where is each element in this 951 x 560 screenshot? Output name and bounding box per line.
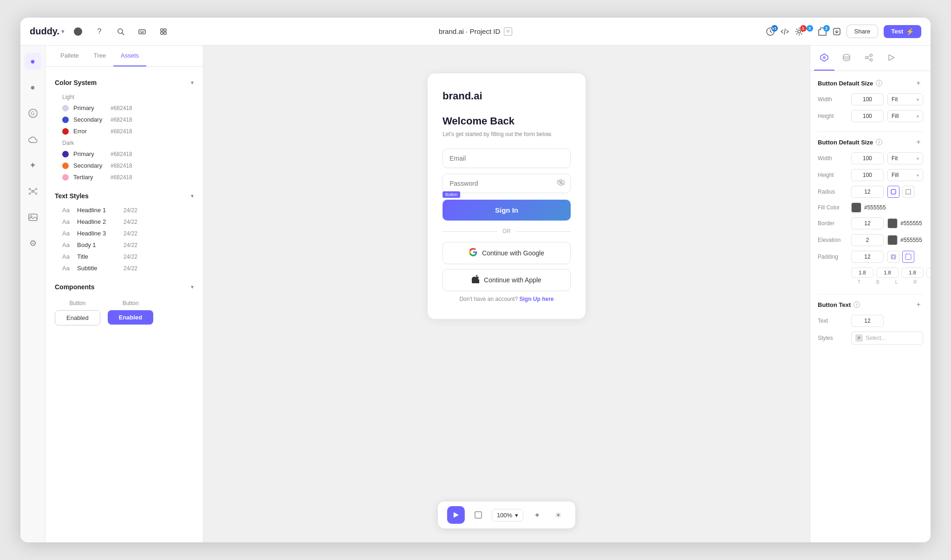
rp-border-input[interactable]: [851, 217, 884, 229]
rp-width-select-2[interactable]: Fit ▾: [887, 152, 923, 164]
text-style-size-2: 24/22: [124, 219, 137, 225]
toolbar-arrow-button[interactable]: [447, 506, 465, 524]
toolbar-frame-icon[interactable]: [470, 507, 486, 523]
rp-height-label-1: Height: [818, 113, 847, 119]
rp-fill-color-swatch: [851, 202, 861, 213]
rp-padding-custom-icon[interactable]: [902, 251, 914, 263]
rp-padding-l[interactable]: [901, 267, 924, 278]
components-header[interactable]: Components ▾: [46, 279, 203, 295]
rp-fill-color-value: #555555: [864, 204, 886, 211]
rp-width-input-1[interactable]: [851, 93, 884, 105]
rp-padding-r[interactable]: [926, 267, 931, 278]
text-styles-header[interactable]: Text Styles ▾: [46, 188, 203, 204]
password-eye-icon[interactable]: [557, 179, 565, 188]
strip-icon-network[interactable]: [25, 183, 41, 200]
color-system-header[interactable]: Color System ▾: [46, 74, 203, 91]
strip-icon-image[interactable]: [25, 209, 41, 226]
rp-tab-data[interactable]: [836, 46, 857, 71]
rp-height-arrow-1: ▾: [917, 114, 919, 119]
rp-radius-square-icon[interactable]: [902, 186, 914, 198]
divider-row: OR: [443, 228, 571, 234]
rp-padding-uniform-icon[interactable]: [887, 251, 899, 263]
rp-height-input-2[interactable]: [851, 169, 884, 181]
top-bar-right: v1 1 3: [773, 25, 921, 38]
signup-link[interactable]: Sign Up here: [520, 296, 554, 302]
rp-height-select-2[interactable]: Fill ▾: [887, 169, 923, 181]
color-primary-light-name: Primary: [73, 104, 106, 111]
rp-add-btn-bt[interactable]: +: [914, 300, 923, 309]
logo-dropdown-icon[interactable]: ▾: [61, 28, 64, 35]
rp-padding-b[interactable]: [876, 267, 899, 278]
plugin-icon-wrapper[interactable]: 2: [818, 27, 827, 36]
toolbar-sun-icon[interactable]: ☀: [550, 507, 566, 523]
email-field[interactable]: [443, 149, 571, 168]
tab-assets[interactable]: Assets: [113, 46, 146, 66]
tab-pallete[interactable]: Pallete: [53, 46, 86, 66]
search-icon[interactable]: [114, 25, 127, 38]
google-btn[interactable]: Continue with Google: [443, 242, 571, 264]
rp-padding-input[interactable]: [851, 251, 884, 263]
rp-radius-rounded-icon[interactable]: [887, 186, 899, 198]
sidebar-tabs: Pallete Tree Assets: [46, 46, 203, 67]
code-icon[interactable]: [781, 25, 789, 38]
comp-btn-outline[interactable]: Enabled: [55, 310, 100, 326]
svg-rect-39: [906, 189, 911, 194]
rp-elevation-input[interactable]: [851, 234, 884, 246]
rp-elevation-color-field[interactable]: #555555: [887, 235, 923, 245]
rp-radius-input[interactable]: [851, 186, 884, 198]
components-grid: Button Enabled Button Enabled: [46, 295, 203, 330]
text-style-aa-1: Aa: [62, 207, 72, 214]
toolbar-sparkle-icon[interactable]: ✦: [529, 507, 545, 523]
rp-fill-color-field[interactable]: #555555: [851, 202, 923, 213]
rp-padding-t[interactable]: [851, 267, 873, 278]
copy-icon[interactable]: ⧉: [504, 27, 512, 36]
sign-in-button[interactable]: Sign In: [443, 200, 571, 221]
left-sidebar: Pallete Tree Assets Color System ▾ Light…: [46, 46, 203, 542]
keyboard-icon[interactable]: [136, 25, 149, 38]
strip-icon-circle2[interactable]: ●: [25, 79, 41, 96]
rp-height-input-1[interactable]: [851, 110, 884, 122]
rp-add-btn-2[interactable]: +: [914, 137, 923, 147]
rp-height-select-1[interactable]: Fill ▾: [887, 110, 923, 122]
test-button-label: Test: [891, 28, 903, 35]
strip-icon-google[interactable]: G: [25, 105, 41, 122]
settings-icon-wrapper[interactable]: 1 3: [795, 27, 804, 36]
export-icon[interactable]: [833, 25, 841, 38]
tab-tree[interactable]: Tree: [86, 46, 113, 66]
comp-btn-filled[interactable]: Enabled: [108, 310, 154, 325]
component-button-1: Button Enabled: [55, 300, 100, 326]
svg-line-36: [868, 56, 870, 57]
rp-info-icon-1[interactable]: i: [876, 80, 882, 86]
rp-info-icon-bt[interactable]: i: [853, 301, 860, 308]
help-icon[interactable]: ?: [93, 25, 106, 38]
share-button[interactable]: Share: [847, 25, 879, 38]
text-style-aa-3: Aa: [62, 230, 72, 237]
password-field[interactable]: [443, 174, 571, 193]
circle-icon[interactable]: [72, 25, 85, 38]
rp-width-select-1[interactable]: Fit ▾: [887, 93, 923, 105]
rp-styles-field[interactable]: P Select...: [851, 332, 923, 345]
test-button[interactable]: Test ⚡: [884, 25, 921, 38]
text-style-aa-4: Aa: [62, 241, 72, 248]
strip-icon-cloud[interactable]: [25, 131, 41, 148]
logo[interactable]: duddy. ▾: [30, 26, 64, 37]
apple-btn[interactable]: Continue with Apple: [443, 269, 571, 291]
svg-point-32: [843, 54, 850, 57]
rp-border-color-field[interactable]: #555555: [887, 218, 923, 228]
history-icon-wrapper[interactable]: v1: [766, 27, 775, 36]
frames-icon[interactable]: [157, 25, 170, 38]
rp-info-icon-2[interactable]: i: [876, 139, 882, 145]
zoom-select[interactable]: 100% ▾: [492, 509, 523, 521]
rp-width-input-2[interactable]: [851, 152, 884, 164]
strip-icon-settings[interactable]: ⚙: [25, 235, 41, 252]
rp-tab-play[interactable]: [881, 46, 901, 71]
color-tertiary-dark: Tertiary #682418: [46, 171, 203, 183]
strip-icon-sparkle[interactable]: ✦: [25, 157, 41, 174]
rp-tab-design[interactable]: [814, 46, 834, 71]
strip-icon-circle[interactable]: ●: [25, 53, 41, 70]
rp-tab-connect[interactable]: [859, 46, 879, 71]
rp-section-button-size-1: Button Default Size i + Width Fit ▾: [818, 78, 923, 122]
rp-fill-color-row: Fill Color #555555: [818, 202, 923, 213]
rp-text-value-input[interactable]: [851, 315, 884, 327]
rp-add-btn-1[interactable]: +: [914, 78, 923, 88]
